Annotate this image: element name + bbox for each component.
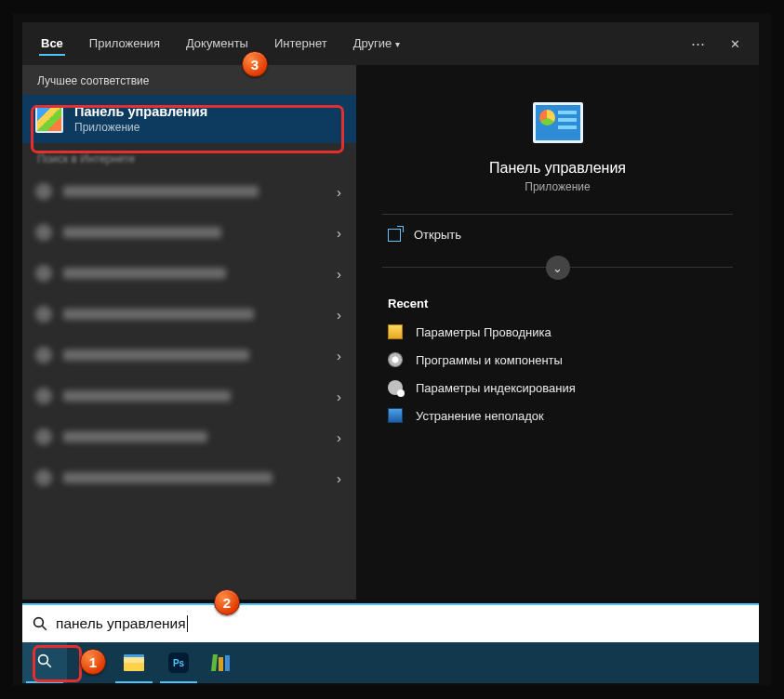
tab-docs[interactable]: Документы [173, 27, 261, 61]
preview-column: Панель управления Приложение Открыть ⌄ R… [356, 65, 759, 600]
chevron-right-icon: › [337, 266, 341, 282]
web-result-item[interactable]: › [22, 416, 356, 457]
web-result-label [63, 350, 249, 361]
taskbar-search-button[interactable] [22, 642, 67, 683]
tab-apps[interactable]: Приложения [76, 27, 173, 61]
search-input[interactable]: панель управления [22, 603, 759, 642]
chevron-down-icon: ▾ [395, 39, 400, 49]
search-icon [35, 429, 52, 445]
control-panel-icon [533, 102, 583, 143]
recent-item-label: Параметры индексирования [416, 381, 576, 395]
chevron-right-icon: › [337, 470, 341, 486]
chevron-right-icon: › [337, 389, 341, 404]
svg-line-1 [42, 626, 47, 630]
svg-point-0 [34, 618, 44, 627]
search-icon [32, 615, 48, 632]
text-cursor [187, 615, 188, 632]
svg-line-3 [47, 663, 51, 667]
photoshop-icon: Ps [168, 653, 189, 673]
preview-hero: Панель управления Приложение [382, 65, 733, 193]
search-icon [35, 347, 52, 363]
web-result-item[interactable]: › [22, 457, 356, 498]
programs-icon [388, 352, 403, 367]
expand-separator: ⌄ [382, 256, 733, 280]
search-value: панель управления [56, 615, 186, 632]
web-result-label [63, 227, 221, 238]
window-frame: Все Приложения Документы Интернет Другие… [13, 13, 771, 686]
search-icon [35, 469, 52, 486]
best-match-subtitle: Приложение [74, 121, 207, 134]
books-icon [212, 654, 234, 671]
best-match-title: Панель управления [74, 104, 207, 119]
tab-web[interactable]: Интернет [261, 27, 340, 61]
preview-subtitle: Приложение [382, 180, 733, 193]
web-result-label [63, 431, 207, 442]
expand-button[interactable]: ⌄ [546, 256, 570, 280]
taskbar-explorer-button[interactable] [112, 642, 156, 683]
web-result-item[interactable]: › [22, 335, 356, 376]
chevron-right-icon: › [337, 348, 341, 363]
web-result-label [63, 309, 254, 320]
chevron-right-icon: › [337, 225, 341, 241]
section-best-match: Лучшее соответствие [22, 65, 356, 95]
recent-item-label: Устранение неполадок [416, 409, 544, 423]
web-result-item[interactable]: › [22, 171, 356, 212]
web-result-label [63, 472, 272, 483]
search-icon [35, 224, 52, 241]
best-match-item[interactable]: Панель управления Приложение [22, 95, 356, 143]
filter-tabs: Все Приложения Документы Интернет Другие… [22, 22, 759, 65]
chevron-down-icon: ⌄ [552, 261, 563, 275]
recent-item[interactable]: Устранение неполадок [382, 402, 733, 429]
chevron-right-icon: › [337, 184, 341, 200]
recent-item[interactable]: Параметры индексирования [382, 374, 733, 402]
preview-title: Панель управления [382, 160, 733, 177]
troubleshoot-icon [388, 408, 403, 423]
recent-item-label: Программы и компоненты [416, 353, 563, 367]
tab-more-label: Другие [353, 36, 392, 50]
recent-item[interactable]: Параметры Проводника [382, 318, 733, 346]
search-icon [35, 388, 52, 404]
open-icon [388, 229, 401, 242]
search-icon [35, 265, 52, 282]
file-explorer-icon [124, 654, 144, 671]
svg-point-2 [39, 654, 48, 664]
web-result-item[interactable]: › [22, 253, 356, 294]
close-icon[interactable]: ✕ [716, 22, 753, 65]
web-result-label [63, 390, 231, 402]
taskbar-spacer [67, 642, 112, 683]
chevron-right-icon: › [337, 307, 341, 323]
open-label: Открыть [414, 228, 461, 242]
tab-all[interactable]: Все [28, 27, 76, 61]
more-options-icon[interactable]: ⋯ [679, 22, 716, 65]
folder-options-icon [388, 324, 403, 339]
open-action[interactable]: Открыть [382, 215, 733, 256]
section-web-search: Поиск в Интернете [22, 143, 356, 171]
taskbar-photoshop-button[interactable]: Ps [156, 642, 201, 683]
taskbar: Ps [22, 642, 759, 683]
recent-item-label: Параметры Проводника [416, 325, 551, 339]
web-result-item[interactable]: › [22, 376, 356, 416]
recent-heading: Recent [382, 280, 733, 318]
web-result-label [63, 268, 226, 279]
control-panel-icon [35, 105, 63, 133]
search-icon [35, 306, 52, 323]
web-result-item[interactable]: › [22, 294, 356, 335]
results-column: Лучшее соответствие Панель управления Пр… [22, 65, 356, 600]
search-icon [35, 183, 52, 200]
tab-more[interactable]: Другие▾ [340, 27, 414, 61]
recent-item[interactable]: Программы и компоненты [382, 346, 733, 374]
taskbar-books-button[interactable] [201, 642, 246, 683]
chevron-right-icon: › [337, 429, 341, 445]
web-result-item[interactable]: › [22, 212, 356, 253]
search-icon [36, 653, 53, 674]
indexing-icon [388, 380, 403, 395]
search-panel: Все Приложения Документы Интернет Другие… [22, 22, 759, 600]
web-result-label [63, 186, 259, 197]
